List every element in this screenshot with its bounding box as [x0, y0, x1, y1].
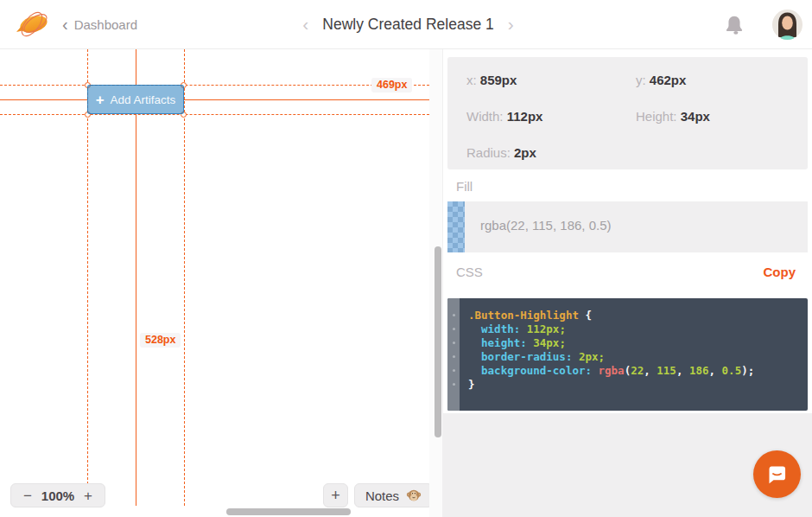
add-artifacts-button[interactable]: + Add Artifacts	[87, 85, 184, 114]
color-swatch	[447, 201, 465, 252]
horizontal-scrollbar[interactable]	[226, 508, 351, 515]
prev-screen-chevron-icon[interactable]: ‹	[302, 15, 308, 33]
monkey-icon	[406, 488, 422, 503]
guide-vertical-right	[184, 49, 185, 506]
css-code-gutter	[447, 298, 460, 411]
x-label: x:	[466, 73, 477, 87]
zoom-in-button[interactable]: +	[84, 488, 92, 503]
css-code-block: .Button-Highlight { width: 112px; height…	[447, 298, 808, 411]
next-screen-chevron-icon[interactable]: ›	[508, 15, 514, 33]
measurement-label-horizontal: 469px	[371, 78, 412, 93]
height-label: Height:	[636, 109, 677, 124]
add-artifacts-label: Add Artifacts	[111, 93, 176, 106]
guide-center-vertical-bottom	[136, 114, 136, 506]
copy-css-button[interactable]: Copy	[764, 265, 796, 279]
guide-center-horizontal-left	[0, 99, 87, 100]
chat-launcher-button[interactable]	[753, 450, 801, 498]
width-label: Width:	[466, 109, 504, 124]
height-value: 34px	[681, 109, 710, 124]
y-value: 462px	[650, 73, 687, 87]
header: ‹ Dashboard ‹ Newly Created Release 1 ›	[0, 0, 812, 49]
guide-horizontal-top	[0, 85, 429, 86]
title-nav: ‹ Newly Created Release 1 ›	[259, 0, 557, 49]
measurement-label-vertical: 528px	[140, 333, 181, 348]
back-chevron-icon: ‹	[62, 16, 68, 33]
radius-value: 2px	[514, 145, 536, 160]
guide-horizontal-bottom	[0, 114, 429, 115]
css-code-lines: .Button-Highlight { width: 112px; height…	[460, 298, 808, 411]
x-value: 859px	[480, 73, 517, 87]
geometry-card: x: 859px y: 462px Width: 112px Height: 3…	[447, 57, 808, 169]
zeplin-app: ‹ Dashboard ‹ Newly Created Release 1 ›	[0, 0, 812, 517]
add-note-button[interactable]: +	[323, 483, 348, 507]
guide-center-horizontal-right	[184, 99, 429, 100]
zeplin-logo-icon[interactable]	[14, 8, 52, 42]
y-label: y:	[636, 73, 646, 87]
chat-bubble-icon	[765, 463, 789, 486]
fill-color-value: rgba(22, 115, 186, 0.5)	[480, 218, 612, 233]
inspector-panel: x: 859px y: 462px Width: 112px Height: 3…	[442, 49, 812, 517]
plus-icon: +	[96, 93, 105, 107]
fill-section-title: Fill	[456, 179, 473, 194]
back-label: Dashboard	[74, 17, 137, 32]
design-canvas[interactable]: + Add Artifacts 469px 528px − 100% + + N…	[0, 49, 442, 517]
vertical-scrollbar[interactable]	[435, 246, 441, 437]
css-section-title: CSS	[456, 265, 483, 279]
page-title: Newly Created Release 1	[322, 16, 493, 34]
plus-icon: +	[331, 488, 340, 503]
zoom-out-button[interactable]: −	[23, 488, 32, 503]
zoom-level: 100%	[41, 488, 74, 503]
radius-label: Radius:	[466, 145, 511, 160]
width-value: 112px	[507, 109, 543, 124]
guide-center-vertical-top	[136, 49, 136, 85]
notes-label: Notes	[365, 488, 399, 503]
zoom-control: − 100% +	[10, 483, 105, 507]
fill-color-row[interactable]: rgba(22, 115, 186, 0.5)	[447, 201, 808, 252]
notifications-bell-icon[interactable]	[722, 13, 746, 37]
avatar-image	[772, 10, 802, 40]
guide-vertical-left	[87, 49, 88, 506]
avatar[interactable]	[772, 10, 802, 40]
back-to-dashboard-link[interactable]: ‹ Dashboard	[62, 0, 137, 49]
notes-toggle[interactable]: Notes	[354, 483, 433, 507]
